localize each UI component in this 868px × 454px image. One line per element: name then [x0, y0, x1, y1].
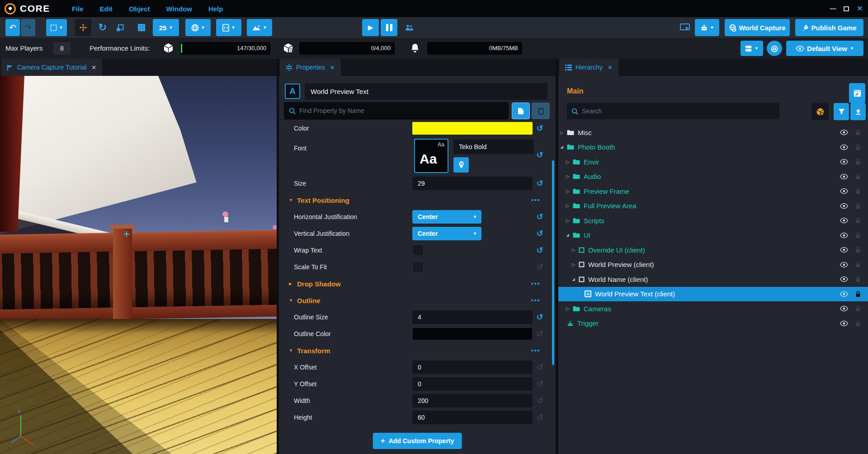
expand-toggle-icon[interactable]: ▷ [566, 203, 573, 208]
grid-snap-button[interactable] [134, 19, 149, 36]
hierarchy-item-world-preview-text-client[interactable]: AWorld Preview Text (client) [558, 287, 868, 302]
value-input[interactable]: 0 [412, 377, 533, 391]
bot-tools-dropdown[interactable]: ▼ [695, 19, 719, 36]
find-property-search[interactable] [284, 102, 509, 119]
visibility-eye-icon[interactable] [840, 247, 848, 253]
close-button[interactable]: ✕ [857, 5, 863, 13]
reset-property-button[interactable]: ↺ [534, 412, 546, 422]
visibility-eye-icon[interactable] [840, 218, 848, 224]
hierarchy-item-world-name-client[interactable]: World Name (client) [558, 272, 868, 287]
script-dropdown[interactable]: ▼ [216, 19, 241, 36]
close-icon[interactable]: ✕ [330, 64, 335, 71]
hierarchy-item-audio[interactable]: ▷Audio [558, 169, 868, 184]
font-picker-button[interactable] [453, 157, 469, 173]
property-section-header[interactable]: ▼Transform••• [279, 342, 556, 359]
section-options-button[interactable]: ••• [531, 347, 541, 354]
lock-icon[interactable] [855, 232, 861, 239]
lock-icon[interactable] [855, 188, 861, 194]
value-checkbox[interactable] [412, 245, 424, 256]
3d-viewport[interactable]: z [0, 76, 277, 454]
lock-icon[interactable] [855, 276, 861, 282]
visibility-eye-icon[interactable] [840, 144, 848, 150]
reset-property-button[interactable]: ↺ [534, 396, 546, 406]
expand-toggle-icon[interactable] [566, 233, 573, 238]
section-options-button[interactable]: ••• [531, 280, 541, 287]
hierarchy-item-photo-booth[interactable]: Photo Booth [558, 140, 868, 155]
font-name-value[interactable]: Teko Bold [453, 140, 534, 154]
minimize-button[interactable]: — [830, 5, 836, 12]
visibility-eye-icon[interactable] [840, 232, 848, 238]
multiplayer-preview-button[interactable] [401, 19, 417, 36]
menu-help[interactable]: Help [208, 5, 223, 13]
hierarchy-item-ui[interactable]: UI [558, 228, 868, 243]
value-input[interactable]: 200 [412, 394, 533, 407]
visibility-eye-icon[interactable] [840, 262, 848, 267]
terrain-dropdown[interactable]: ▼ [247, 19, 272, 36]
scale-tool-button[interactable] [112, 19, 127, 36]
lock-icon[interactable] [855, 173, 861, 180]
max-players-input[interactable]: 8 [53, 42, 71, 55]
world-capture-button[interactable]: World Capture [725, 19, 790, 36]
reset-property-button[interactable]: ↺ [534, 329, 546, 339]
visibility-eye-icon[interactable] [840, 159, 848, 165]
hierarchy-item-misc[interactable]: ▷Misc [558, 125, 868, 140]
tab-camera-capture-tutorial[interactable]: Camera Capture Tutorial ✕ [1, 59, 102, 76]
default-view-dropdown[interactable]: Default View ▼ [786, 41, 863, 56]
reset-property-button[interactable]: ↺ [534, 362, 546, 372]
close-icon[interactable]: ✕ [608, 64, 613, 71]
hierarchy-item-trigger[interactable]: Trigger [558, 316, 868, 331]
reset-property-button[interactable]: ↺ [534, 379, 546, 389]
reset-property-button[interactable]: ↺ [534, 123, 546, 133]
export-button[interactable] [850, 103, 866, 120]
lock-icon[interactable] [855, 305, 861, 312]
visibility-eye-icon[interactable] [840, 320, 848, 326]
reset-property-button[interactable]: ↺ [534, 262, 546, 272]
hierarchy-item-preview-frame[interactable]: ▷Preview Frame [558, 184, 868, 199]
hierarchy-search-input[interactable] [582, 108, 775, 115]
hierarchy-item-full-preview-area[interactable]: ▷Full Preview Area [558, 199, 868, 214]
hierarchy-item-envir[interactable]: ▷Envir [558, 154, 868, 169]
paste-properties-button[interactable] [532, 103, 550, 119]
maximize-button[interactable] [844, 6, 849, 11]
lock-icon[interactable] [855, 159, 861, 165]
expand-toggle-icon[interactable]: ▷ [566, 159, 573, 164]
menu-edit[interactable]: Edit [100, 5, 113, 13]
networked-filter-button[interactable] [811, 103, 829, 120]
lock-icon[interactable] [855, 291, 861, 297]
expand-toggle-icon[interactable]: ▷ [566, 306, 573, 311]
expand-toggle-icon[interactable] [560, 145, 567, 150]
section-options-button[interactable]: ••• [531, 197, 541, 204]
move-tool-button[interactable] [75, 19, 91, 36]
lock-icon[interactable] [855, 217, 861, 224]
snap-size-dropdown[interactable]: 25 ▼ [153, 19, 179, 36]
hierarchy-search[interactable] [567, 103, 779, 119]
save-options-dropdown[interactable]: ▼ [741, 41, 763, 56]
color-swatch[interactable] [412, 122, 533, 135]
visibility-eye-icon[interactable] [840, 291, 848, 297]
reset-property-button[interactable]: ↺ [534, 178, 546, 188]
reset-property-button[interactable]: ↺ [534, 212, 546, 222]
hierarchy-item-world-preview-client[interactable]: ▷World Preview (client) [558, 257, 868, 272]
reset-property-button[interactable]: ↺ [534, 245, 546, 255]
find-property-input[interactable] [299, 107, 504, 114]
visibility-eye-icon[interactable] [840, 306, 848, 312]
rotate-tool-button[interactable]: ↻ [95, 19, 110, 36]
hierarchy-item-cameras[interactable]: ▷Cameras [558, 301, 868, 316]
play-button[interactable]: ▶ [362, 19, 379, 36]
lock-icon[interactable] [855, 144, 861, 150]
value-dropdown[interactable]: Center▼ [412, 227, 481, 240]
menu-window[interactable]: Window [166, 5, 192, 13]
menu-file[interactable]: File [72, 5, 84, 13]
add-custom-property-button[interactable]: + Add Custom Property [373, 433, 462, 449]
menu-object[interactable]: Object [129, 5, 150, 13]
capture-scene-button[interactable] [849, 83, 865, 103]
lock-icon[interactable] [855, 247, 861, 253]
lock-icon[interactable] [855, 262, 861, 268]
font-preview-swatch[interactable]: AaAa [414, 139, 448, 173]
reset-property-button[interactable]: ↺ [534, 150, 546, 160]
reset-property-button[interactable]: ↺ [534, 312, 546, 322]
properties-scrollbar[interactable] [552, 160, 554, 365]
hierarchy-item-scripts[interactable]: ▷Scripts [558, 213, 868, 228]
tab-properties[interactable]: Properties ✕ [280, 59, 341, 76]
filter-button[interactable] [834, 103, 849, 120]
